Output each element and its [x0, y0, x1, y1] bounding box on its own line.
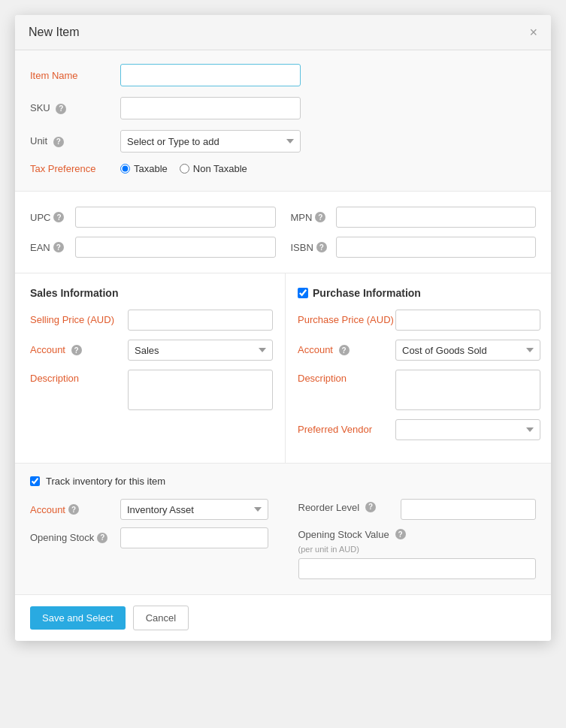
- isbn-group: ISBN ?: [291, 237, 537, 258]
- non-taxable-radio-label[interactable]: Non Taxable: [180, 163, 247, 174]
- new-item-modal: New Item × Item Name SKU ? Unit ?: [15, 15, 551, 641]
- inventory-left-col: Account ? Inventory Asset Opening Stock …: [30, 499, 276, 579]
- section-identifiers: UPC ? MPN ? EAN ?: [15, 192, 551, 273]
- sales-description-label: Description: [30, 370, 128, 385]
- inventory-account-row: Account ? Inventory Asset: [30, 499, 268, 520]
- section-inventory: Track inventory for this item Account ? …: [15, 464, 551, 595]
- ean-input[interactable]: [75, 237, 276, 258]
- purchase-account-select[interactable]: Cost of Goods Sold: [395, 340, 540, 361]
- opening-stock-value-label-group: Opening Stock Value ?: [298, 529, 537, 542]
- selling-price-label: Selling Price (AUD): [30, 314, 128, 327]
- purchase-section-title: Purchase Information: [298, 287, 540, 299]
- ean-group: EAN ?: [30, 237, 276, 258]
- modal-header: New Item ×: [15, 15, 551, 50]
- section-sales-purchase: Sales Information Selling Price (AUD) Ac…: [15, 273, 551, 464]
- opening-stock-value-help-icon: ?: [395, 529, 406, 539]
- inventory-account-label: Account ?: [30, 504, 120, 515]
- mpn-group: MPN ?: [291, 207, 537, 228]
- isbn-label: ISBN ?: [291, 242, 336, 253]
- modal-title: New Item: [29, 26, 80, 39]
- opening-stock-row: Opening Stock ?: [30, 527, 268, 548]
- sales-account-help-icon: ?: [71, 345, 82, 355]
- sales-section-title: Sales Information: [30, 287, 273, 299]
- sku-input[interactable]: [120, 97, 301, 119]
- sku-help-icon: ?: [56, 104, 66, 114]
- modal-body: Item Name SKU ? Unit ? Select or Type to…: [15, 50, 551, 641]
- unit-row: Unit ? Select or Type to add: [30, 130, 536, 153]
- inventory-header: Track inventory for this item: [30, 476, 536, 487]
- opening-stock-label: Opening Stock ?: [30, 532, 120, 545]
- reorder-level-input[interactable]: [401, 499, 536, 520]
- purchase-account-help-icon: ?: [339, 345, 350, 355]
- sales-account-row: Account ? Sales: [30, 340, 273, 361]
- item-name-label: Item Name: [30, 70, 120, 81]
- unit-help-icon: ?: [53, 137, 64, 147]
- preferred-vendor-label: Preferred Vendor: [298, 424, 395, 436]
- sku-row: SKU ?: [30, 97, 536, 119]
- purchase-price-label: Purchase Price (AUD): [298, 314, 395, 327]
- selling-price-input[interactable]: [128, 310, 273, 331]
- tax-preference-group: Taxable Non Taxable: [120, 163, 247, 174]
- sales-description-textarea[interactable]: [128, 370, 273, 410]
- purchase-description-row: Description: [298, 370, 540, 410]
- upc-group: UPC ?: [30, 207, 276, 228]
- mpn-input[interactable]: [336, 207, 537, 228]
- purchase-description-label: Description: [298, 370, 395, 385]
- close-button[interactable]: ×: [529, 26, 537, 39]
- preferred-vendor-select[interactable]: [395, 419, 540, 440]
- item-name-row: Item Name: [30, 64, 536, 86]
- inventory-right-col: Reorder Level ? Opening Stock Value ? (p…: [291, 499, 537, 579]
- mpn-label: MPN ?: [291, 212, 336, 223]
- opening-stock-value-container: Opening Stock Value ? (per unit in AUD): [298, 529, 537, 579]
- upc-label: UPC ?: [30, 212, 75, 223]
- save-and-select-button[interactable]: Save and Select: [30, 606, 126, 630]
- preferred-vendor-row: Preferred Vendor: [298, 419, 540, 440]
- opening-stock-help-icon: ?: [97, 533, 107, 543]
- purchase-price-row: Purchase Price (AUD): [298, 310, 540, 331]
- unit-label: Unit ?: [30, 135, 120, 147]
- selling-price-row: Selling Price (AUD): [30, 310, 273, 331]
- tax-preference-row: Tax Preference Taxable Non Taxable: [30, 163, 536, 174]
- taxable-radio[interactable]: [120, 164, 130, 174]
- purchase-price-input[interactable]: [395, 310, 540, 331]
- reorder-level-help-icon: ?: [365, 502, 376, 512]
- unit-select[interactable]: Select or Type to add: [120, 130, 301, 153]
- item-name-input[interactable]: [120, 64, 301, 86]
- mpn-help-icon: ?: [315, 212, 325, 222]
- upc-input[interactable]: [75, 207, 276, 228]
- modal-footer: Save and Select Cancel: [15, 595, 551, 641]
- inventory-grid: Account ? Inventory Asset Opening Stock …: [30, 499, 536, 579]
- inventory-account-help-icon: ?: [68, 504, 79, 515]
- upc-help-icon: ?: [53, 212, 64, 222]
- isbn-input[interactable]: [336, 237, 537, 258]
- sales-account-select[interactable]: Sales: [128, 340, 273, 361]
- reorder-level-label: Reorder Level ?: [298, 502, 401, 515]
- ean-help-icon: ?: [53, 242, 64, 252]
- opening-stock-value-input[interactable]: [298, 558, 537, 579]
- identifiers-grid: UPC ? MPN ? EAN ?: [30, 207, 536, 258]
- ean-label: EAN ?: [30, 242, 75, 253]
- section-basic-info: Item Name SKU ? Unit ? Select or Type to…: [15, 50, 551, 192]
- opening-stock-input[interactable]: [120, 527, 268, 548]
- purchase-column: Purchase Information Purchase Price (AUD…: [286, 273, 551, 463]
- purchase-info-checkbox[interactable]: [298, 288, 308, 298]
- purchase-description-textarea[interactable]: [395, 370, 540, 410]
- per-unit-label: (per unit in AUD): [298, 545, 537, 554]
- reorder-level-row: Reorder Level ?: [298, 499, 537, 520]
- cancel-button[interactable]: Cancel: [133, 606, 189, 630]
- purchase-account-label: Account ?: [298, 344, 395, 357]
- taxable-radio-label[interactable]: Taxable: [120, 163, 168, 174]
- sales-account-label: Account ?: [30, 344, 128, 357]
- sku-label: SKU ?: [30, 102, 120, 114]
- sales-description-row: Description: [30, 370, 273, 410]
- purchase-account-row: Account ? Cost of Goods Sold: [298, 340, 540, 361]
- inventory-account-select[interactable]: Inventory Asset: [120, 499, 268, 520]
- sales-column: Sales Information Selling Price (AUD) Ac…: [15, 273, 286, 463]
- track-inventory-checkbox[interactable]: [30, 476, 40, 486]
- non-taxable-radio[interactable]: [180, 164, 189, 174]
- tax-preference-label: Tax Preference: [30, 163, 120, 174]
- isbn-help-icon: ?: [316, 242, 327, 252]
